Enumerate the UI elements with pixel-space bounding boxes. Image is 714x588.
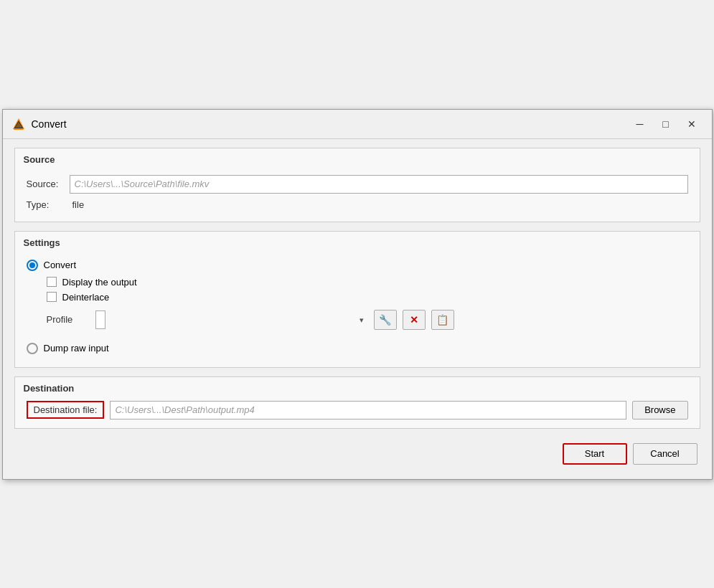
settings-section-title: Settings	[15, 232, 700, 251]
window-content: Source Source: Type: file Settings Conve	[3, 139, 712, 479]
browse-button[interactable]: Browse	[632, 401, 687, 419]
deinterlace-label: Deinterlace	[62, 292, 110, 303]
dest-file-label: Destination file:	[27, 401, 105, 419]
profile-edit-button[interactable]: 🔧	[374, 310, 397, 330]
footer: Start Cancel	[14, 437, 700, 468]
display-output-row[interactable]: Display the output	[47, 277, 688, 288]
dest-file-row: Destination file: Browse	[27, 401, 688, 419]
cancel-button[interactable]: Cancel	[633, 443, 697, 465]
type-value: file	[72, 199, 85, 210]
convert-radio-row[interactable]: Convert	[27, 255, 688, 275]
title-bar: Convert ─ □ ✕	[3, 110, 712, 139]
type-label: Type:	[27, 199, 70, 210]
profile-select[interactable]	[95, 310, 105, 329]
title-bar-controls: ─ □ ✕	[629, 115, 703, 133]
checkbox-area: Display the output Deinterlace	[27, 275, 688, 304]
svg-rect-2	[14, 128, 24, 130]
profile-row: Profile 🔧 ✕ 📋	[27, 304, 688, 333]
convert-radio[interactable]	[27, 260, 38, 271]
profile-select-wrapper	[95, 310, 368, 329]
source-section-title: Source	[15, 148, 700, 168]
dump-raw-label: Dump raw input	[44, 343, 109, 354]
destination-section-body: Destination file: Browse	[15, 397, 700, 428]
convert-label: Convert	[44, 260, 77, 270]
dest-file-input[interactable]	[110, 401, 626, 419]
convert-window: Convert ─ □ ✕ Source Source: Type: file	[2, 109, 713, 480]
display-output-label: Display the output	[62, 277, 137, 288]
source-label: Source:	[27, 179, 70, 189]
deinterlace-row[interactable]: Deinterlace	[47, 292, 688, 303]
minimize-button[interactable]: ─	[629, 115, 652, 133]
profile-new-button[interactable]: 📋	[431, 310, 454, 330]
source-input[interactable]	[70, 175, 688, 194]
window-title: Convert	[32, 118, 629, 130]
dump-raw-row[interactable]: Dump raw input	[27, 338, 688, 359]
source-section: Source Source: Type: file	[14, 148, 700, 222]
display-output-checkbox[interactable]	[47, 277, 57, 287]
settings-section-body: Convert Display the output Deinterlace P	[15, 251, 700, 367]
destination-section-title: Destination	[15, 377, 700, 397]
profile-label: Profile	[47, 314, 90, 325]
settings-section: Settings Convert Display the output Dein…	[14, 231, 700, 368]
start-button[interactable]: Start	[563, 443, 627, 465]
source-section-body: Source: Type: file	[15, 168, 700, 222]
close-button[interactable]: ✕	[680, 115, 703, 133]
vlc-icon	[11, 117, 26, 131]
maximize-button[interactable]: □	[654, 115, 677, 133]
dump-raw-radio[interactable]	[27, 343, 38, 354]
type-row: Type: file	[27, 196, 688, 213]
new-profile-icon: 📋	[436, 314, 448, 326]
wrench-icon: 🔧	[379, 314, 391, 326]
deinterlace-checkbox[interactable]	[47, 292, 57, 302]
source-row: Source:	[27, 172, 688, 196]
delete-icon: ✕	[410, 314, 418, 326]
profile-delete-button[interactable]: ✕	[403, 310, 426, 330]
destination-section: Destination Destination file: Browse	[14, 376, 700, 429]
